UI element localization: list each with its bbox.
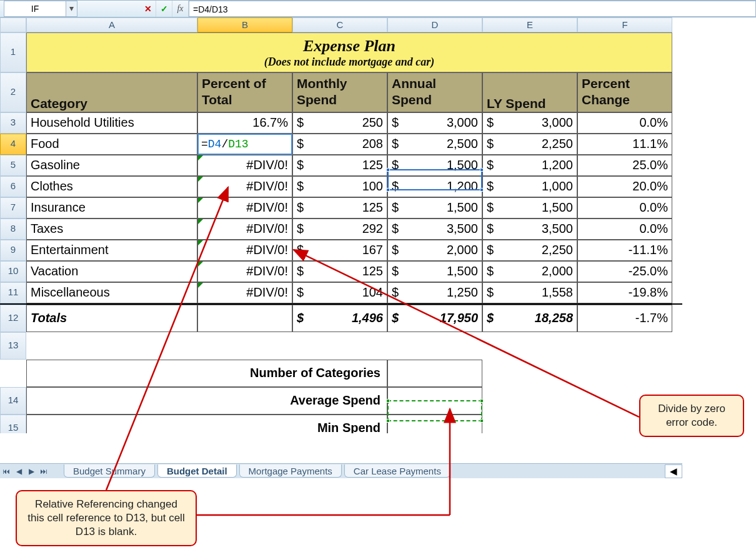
name-box-dropdown[interactable]: ▾ <box>66 1 77 17</box>
cell-d6[interactable]: $1,200 <box>387 176 482 197</box>
tab-nav-prev[interactable]: ◀ <box>12 467 25 476</box>
hdr-percent-change[interactable]: Percent Change <box>577 72 672 112</box>
cell-f11[interactable]: -19.8% <box>577 282 672 303</box>
cell-a6[interactable]: Clothes <box>26 176 197 197</box>
cell-c5[interactable]: $125 <box>292 155 387 176</box>
cell-c6[interactable]: $100 <box>292 176 387 197</box>
cell-d10[interactable]: $1,500 <box>387 261 482 282</box>
cell-d4[interactable]: $2,500 <box>387 134 482 155</box>
cell-e9[interactable]: $2,250 <box>482 240 577 261</box>
tab-nav-next[interactable]: ▶ <box>25 467 37 476</box>
cell-b5[interactable]: #DIV/0! <box>197 155 292 176</box>
cell-c4[interactable]: $208 <box>292 134 387 155</box>
cell-a11[interactable]: Miscellaneous <box>26 282 197 303</box>
cell-e8[interactable]: $3,500 <box>482 219 577 240</box>
col-header-e[interactable]: E <box>482 17 577 32</box>
cell-f7[interactable]: 0.0% <box>577 197 672 219</box>
cell-d8[interactable]: $3,500 <box>387 219 482 240</box>
cell-c10[interactable]: $125 <box>292 261 387 282</box>
cell-b12[interactable] <box>197 305 292 332</box>
cell-c3[interactable]: $250 <box>292 112 387 134</box>
cell-a5[interactable]: Gasoline <box>26 155 197 176</box>
cell-e11[interactable]: $1,558 <box>482 282 577 303</box>
hdr-category[interactable]: Category <box>26 72 197 112</box>
cell-e5[interactable]: $1,200 <box>482 155 577 176</box>
row-header-1[interactable]: 1 <box>0 32 26 72</box>
cell-f12[interactable]: -1.7% <box>577 305 672 332</box>
cell-f6[interactable]: 20.0% <box>577 176 672 197</box>
cell-c12[interactable]: $1,496 <box>292 305 387 332</box>
title-cell[interactable]: Expense Plan (Does not include mortgage … <box>26 32 672 72</box>
cell-a12[interactable]: Totals <box>26 305 197 332</box>
cell-e3[interactable]: $3,000 <box>482 112 577 134</box>
cell-f3[interactable]: 0.0% <box>577 112 672 134</box>
stat-average-spend-label[interactable]: Average Spend <box>26 387 387 415</box>
row-header-9[interactable]: 9 <box>0 240 26 261</box>
row-header-4[interactable]: 4 <box>0 134 26 155</box>
cell-b4-editing[interactable]: =D4/D13 <box>197 134 292 155</box>
hdr-ly-spend[interactable]: LY Spend <box>482 72 577 112</box>
cell-e7[interactable]: $1,500 <box>482 197 577 219</box>
row-header-5[interactable]: 5 <box>0 155 26 176</box>
tab-nav-last[interactable]: ⏭ <box>37 467 50 476</box>
cell-d12[interactable]: $17,950 <box>387 305 482 332</box>
insert-function-button[interactable]: fx <box>172 1 189 17</box>
cell-f5[interactable]: 25.0% <box>577 155 672 176</box>
col-header-a[interactable]: A <box>26 17 197 32</box>
col-header-d[interactable]: D <box>387 17 482 32</box>
col-header-c[interactable]: C <box>292 17 387 32</box>
cell-c11[interactable]: $104 <box>292 282 387 303</box>
cell-b6[interactable]: #DIV/0! <box>197 176 292 197</box>
cell-f4[interactable]: 11.1% <box>577 134 672 155</box>
cell-d9[interactable]: $2,000 <box>387 240 482 261</box>
ws-tab-mortgage-payments[interactable]: Mortgage Payments <box>239 464 342 478</box>
cell-e12[interactable]: $18,258 <box>482 305 577 332</box>
cell-e4[interactable]: $2,250 <box>482 134 577 155</box>
cell-b8[interactable]: #DIV/0! <box>197 219 292 240</box>
row-header-3[interactable]: 3 <box>0 112 26 134</box>
cell-d11[interactable]: $1,250 <box>387 282 482 303</box>
row-header-11[interactable]: 11 <box>0 282 26 303</box>
hdr-monthly-spend[interactable]: Monthly Spend <box>292 72 387 112</box>
ws-tab-budget-summary[interactable]: Budget Summary <box>64 464 155 478</box>
cell-b3[interactable]: 16.7% <box>197 112 292 134</box>
stat-num-categories-label[interactable]: Number of Categories <box>26 360 387 387</box>
tab-scroll-left[interactable]: ◀ <box>665 464 682 478</box>
cell-f10[interactable]: -25.0% <box>577 261 672 282</box>
col-header-b[interactable]: B <box>197 17 292 32</box>
row-header-15[interactable]: 15 <box>0 415 26 433</box>
row-header-2[interactable]: 2 <box>0 72 26 112</box>
cell-b10[interactable]: #DIV/0! <box>197 261 292 282</box>
hdr-percent-total[interactable]: Percent of Total <box>197 72 292 112</box>
tab-nav-first[interactable]: ⏮ <box>0 467 12 476</box>
cell-d7[interactable]: $1,500 <box>387 197 482 219</box>
cell-a9[interactable]: Entertainment <box>26 240 197 261</box>
ws-tab-budget-detail[interactable]: Budget Detail <box>157 464 237 478</box>
cell-b9[interactable]: #DIV/0! <box>197 240 292 261</box>
cell-d14[interactable] <box>387 387 482 415</box>
cell-c8[interactable]: $292 <box>292 219 387 240</box>
formula-input[interactable]: =D4/D13 <box>189 1 756 17</box>
row-header-14[interactable]: 14 <box>0 387 26 415</box>
row-header-7[interactable]: 7 <box>0 197 26 219</box>
ws-tab-car-lease-payments[interactable]: Car Lease Payments <box>344 464 450 478</box>
cell-f13[interactable] <box>577 360 672 387</box>
cell-e15[interactable] <box>482 415 577 433</box>
cell-a4[interactable]: Food <box>26 134 197 155</box>
cell-d13[interactable] <box>387 360 482 387</box>
cell-e14[interactable] <box>482 387 577 415</box>
row-header-8[interactable]: 8 <box>0 219 26 240</box>
cell-a13[interactable] <box>26 332 197 360</box>
cell-d3[interactable]: $3,000 <box>387 112 482 134</box>
row-header-6[interactable]: 6 <box>0 176 26 197</box>
cell-d15[interactable] <box>387 415 482 433</box>
cell-b7[interactable]: #DIV/0! <box>197 197 292 219</box>
cell-a3[interactable]: Household Utilities <box>26 112 197 134</box>
hdr-annual-spend[interactable]: Annual Spend <box>387 72 482 112</box>
cell-a8[interactable]: Taxes <box>26 219 197 240</box>
cell-c7[interactable]: $125 <box>292 197 387 219</box>
name-box[interactable]: IF <box>4 1 66 17</box>
row-header-13[interactable]: 13 <box>0 332 26 360</box>
cell-a7[interactable]: Insurance <box>26 197 197 219</box>
cell-e6[interactable]: $1,000 <box>482 176 577 197</box>
